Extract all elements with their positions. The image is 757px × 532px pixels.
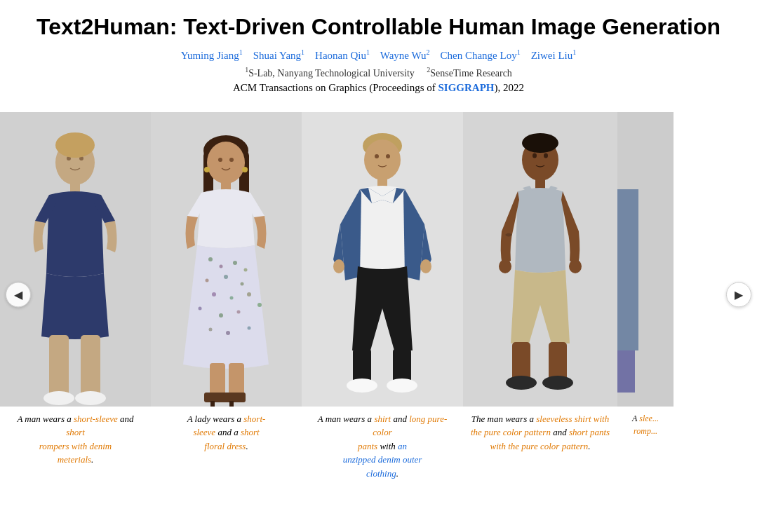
figure-image-5 <box>617 112 674 407</box>
author-1[interactable]: Yuming Jiang1 <box>181 50 243 61</box>
carousel-prev-button[interactable]: ◀ <box>6 282 31 308</box>
svg-point-32 <box>248 326 251 329</box>
svg-point-54 <box>386 154 390 158</box>
svg-point-42 <box>229 158 234 162</box>
svg-point-62 <box>506 376 537 390</box>
svg-point-24 <box>230 296 234 299</box>
svg-point-26 <box>199 306 202 310</box>
author-4[interactable]: Wayne Wu2 <box>380 50 430 61</box>
svg-point-28 <box>237 310 241 313</box>
svg-point-48 <box>420 259 431 273</box>
svg-rect-36 <box>223 393 246 402</box>
svg-point-29 <box>257 303 262 307</box>
svg-rect-68 <box>617 189 638 350</box>
figure-item-4: The man wears a sleeveless shirt with th… <box>463 112 617 484</box>
svg-point-45 <box>364 139 401 180</box>
svg-point-19 <box>244 268 248 271</box>
svg-point-5 <box>43 391 74 405</box>
svg-point-47 <box>333 259 344 273</box>
header-section: Text2Human: Text-Driven Controllable Hum… <box>0 0 757 112</box>
svg-point-39 <box>204 167 210 172</box>
caption-1: A man wears a short-sleeve and shortromp… <box>0 407 151 470</box>
svg-point-9 <box>55 132 95 158</box>
svg-point-22 <box>241 282 244 285</box>
svg-point-21 <box>224 275 228 279</box>
svg-point-18 <box>233 261 237 265</box>
svg-point-58 <box>499 259 511 273</box>
author-3[interactable]: Haonan Qiu1 <box>315 50 370 61</box>
svg-point-65 <box>544 153 548 158</box>
svg-point-41 <box>218 158 222 162</box>
caption-2: A lady wears a short-sleeve and a shortf… <box>180 407 273 456</box>
svg-rect-33 <box>210 363 225 397</box>
figure-item-3: A man wears a shirt and long pure-colorp… <box>302 112 463 484</box>
svg-point-17 <box>220 264 223 268</box>
affiliations: 1S-Lab, Nanyang Technological University… <box>28 66 729 79</box>
svg-rect-69 <box>617 350 635 393</box>
svg-point-6 <box>75 391 106 405</box>
svg-point-59 <box>569 259 582 273</box>
svg-point-30 <box>209 327 213 331</box>
figure-item-2: A lady wears a short-sleeve and a shortf… <box>151 112 302 484</box>
svg-rect-60 <box>512 342 530 381</box>
figure-image-1 <box>0 112 151 407</box>
author-5[interactable]: Chen Change Loy1 <box>441 50 521 61</box>
figure-image-4 <box>463 112 617 407</box>
svg-point-20 <box>206 278 209 282</box>
figure-image-3 <box>302 112 463 407</box>
journal-info: ACM Transactions on Graphics (Proceeding… <box>28 82 729 94</box>
caption-5: A slee...romp... <box>617 407 674 440</box>
svg-point-27 <box>219 313 223 318</box>
svg-rect-61 <box>549 342 567 381</box>
svg-rect-38 <box>229 401 234 407</box>
figure-item-5: A slee...romp... <box>617 112 674 484</box>
siggraph-link: SIGGRAPH <box>438 82 494 93</box>
svg-point-64 <box>532 153 537 158</box>
author-6[interactable]: Ziwei Liu1 <box>531 50 577 61</box>
carousel-section: ◀ <box>0 112 757 484</box>
caption-4: The man wears a sleeveless shirt with th… <box>463 407 617 456</box>
svg-point-40 <box>242 167 248 172</box>
svg-point-53 <box>375 154 379 158</box>
svg-rect-4 <box>81 335 100 398</box>
svg-point-31 <box>226 331 230 335</box>
svg-point-16 <box>208 257 213 261</box>
svg-point-52 <box>387 378 417 393</box>
authors-line: Yuming Jiang1 Shuai Yang1 Haonan Qiu1 Wa… <box>28 48 729 62</box>
page-title: Text2Human: Text-Driven Controllable Hum… <box>28 14 729 40</box>
svg-rect-34 <box>229 363 244 397</box>
caption-3: A man wears a shirt and long pure-colorp… <box>302 407 463 484</box>
carousel-next-button[interactable]: ▶ <box>726 282 751 308</box>
svg-rect-37 <box>210 401 215 407</box>
image-gallery: A man wears a short-sleeve and shortromp… <box>0 112 757 484</box>
svg-point-51 <box>347 378 377 393</box>
svg-point-66 <box>522 133 558 153</box>
svg-point-25 <box>247 292 251 296</box>
svg-point-63 <box>542 376 573 390</box>
svg-rect-3 <box>49 335 69 398</box>
author-2[interactable]: Shuai Yang1 <box>253 50 304 61</box>
svg-point-14 <box>207 142 245 184</box>
svg-point-23 <box>212 292 216 296</box>
figure-image-2 <box>151 112 302 407</box>
